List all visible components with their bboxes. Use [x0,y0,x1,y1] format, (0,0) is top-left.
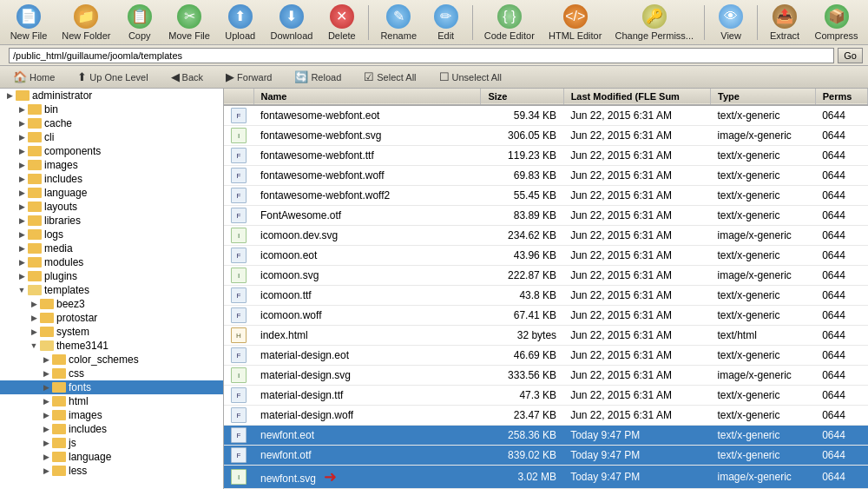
toolbar-view-button[interactable]: 👁View [712,2,750,43]
table-row[interactable]: Fnewfont.eot258.36 KBToday 9:47 PMtext/x… [224,426,868,446]
address-input[interactable] [9,48,834,63]
tree-item-administrator[interactable]: ▶administrator [0,89,223,102]
nav-back-button[interactable]: ◀Back [163,68,211,86]
col-header-size[interactable]: Size [481,89,563,105]
compress-label: Compress [814,30,858,41]
tree-item-includes[interactable]: ▶includes [0,172,223,186]
delete-icon: ✕ [330,4,354,29]
tree-item-media[interactable]: ▶media [0,241,223,255]
file-type-cell: text/x-generic [711,426,816,446]
table-row[interactable]: Ficomoon.woff67.41 KBJun 22, 2015 6:31 A… [224,306,868,326]
tree-item-language2[interactable]: ▶language [0,450,223,464]
toolbar-new-folder-button[interactable]: 📁New Folder [57,2,115,43]
tree-item-language[interactable]: ▶language [0,186,223,200]
table-row[interactable]: Ifontawesome-webfont.svg306.05 KBJun 22,… [224,126,868,146]
go-button[interactable]: Go [838,48,863,63]
table-row[interactable]: Ffontawesome-webfont.ttf119.23 KBJun 22,… [224,146,868,166]
file-date-cell: Jun 22, 2015 6:31 AM [563,266,710,286]
new-file-label: New File [10,30,48,41]
tree-item-system[interactable]: ▶system [0,325,223,339]
tree-item-less[interactable]: ▶less [0,464,223,478]
toolbar-extract-button[interactable]: 📤Extract [765,2,805,43]
tree-folder-icon-administrator [16,90,30,101]
tree-item-beez3[interactable]: ▶beez3 [0,297,223,311]
tree-folder-icon-fonts [52,382,66,393]
tree-item-includes2[interactable]: ▶includes [0,422,223,436]
toolbar-permissions-button[interactable]: 🔑Change Permiss... [611,2,697,43]
tree-toggle-libraries: ▶ [16,215,28,227]
toolbar-compress-button[interactable]: 📦Compress [810,2,863,43]
tree-item-html[interactable]: ▶html [0,394,223,408]
toolbar-edit-button[interactable]: ✏Edit [427,2,465,43]
tree-item-bin[interactable]: ▶bin [0,102,223,116]
nav-reload-button[interactable]: 🔄Reload [286,68,349,86]
table-row[interactable]: Ffontawesome-webfont.woff255.45 KBJun 22… [224,186,868,206]
table-row[interactable]: Ficomoon.ttf43.8 KBJun 22, 2015 6:31 AMt… [224,286,868,306]
extract-label: Extract [770,30,799,41]
col-header-date[interactable]: Last Modified (FLE Sum [563,89,710,105]
toolbar-copy-button[interactable]: 📋Copy [121,2,159,43]
tree-panel: ▶administrator▶bin▶cache▶cli▶components▶… [0,89,224,489]
nav-unselect-all-button[interactable]: ☐Unselect All [431,68,510,86]
toolbar-new-file-button[interactable]: 📄New File [5,2,52,43]
tree-item-libraries[interactable]: ▶libraries [0,214,223,228]
table-row[interactable]: Hindex.html32 bytesJun 22, 2015 6:31 AMt… [224,326,868,346]
tree-item-cache[interactable]: ▶cache [0,116,223,130]
table-row[interactable]: Imaterial-design.svg333.56 KBJun 22, 201… [224,366,868,386]
table-row[interactable]: Ficomoon.eot43.96 KBJun 22, 2015 6:31 AM… [224,246,868,266]
toolbar-rename-button[interactable]: ✎Rename [376,2,422,43]
tree-item-modules[interactable]: ▶modules [0,255,223,269]
table-row[interactable]: Iicomoon.svg222.87 KBJun 22, 2015 6:31 A… [224,266,868,286]
tree-label-layouts: layouts [44,201,77,213]
table-row[interactable]: Ffontawesome-webfont.woff69.83 KBJun 22,… [224,166,868,186]
tree-folder-icon-components [28,146,42,156]
file-date-cell: Jun 22, 2015 6:31 AM [563,346,710,366]
table-row[interactable]: FFontAwesome.otf83.89 KBJun 22, 2015 6:3… [224,206,868,226]
tree-item-images[interactable]: ▶images [0,158,223,172]
toolbar-code-editor-button[interactable]: { }Code Editor [480,2,539,43]
tree-item-cli[interactable]: ▶cli [0,130,223,144]
file-date-cell: Today 9:47 PM [563,466,710,489]
toolbar-html-editor-button[interactable]: </>HTML Editor [544,2,606,43]
tree-toggle-language: ▶ [16,187,28,199]
table-row[interactable]: Iicomoon.dev.svg234.62 KBJun 22, 2015 6:… [224,226,868,246]
col-header-perms[interactable]: Perms [815,89,867,105]
table-row[interactable]: Fmaterial-design.woff23.47 KBJun 22, 201… [224,406,868,426]
table-row[interactable]: Fmaterial-design.ttf47.3 KBJun 22, 2015 … [224,386,868,406]
back-nav-icon: ◀ [171,70,180,83]
tree-item-theme3141[interactable]: ▼theme3141 [0,339,223,353]
tree-item-layouts[interactable]: ▶layouts [0,200,223,214]
tree-item-templates[interactable]: ▼templates [0,283,223,297]
file-type-cell: text/x-generic [711,186,816,206]
tree-item-fonts[interactable]: ▶fonts [0,380,223,394]
table-row[interactable]: Fnewfont.otf839.02 KBToday 9:47 PMtext/x… [224,446,868,466]
toolbar-delete-button[interactable]: ✕Delete [323,2,361,43]
nav-home-button[interactable]: 🏠Home [5,68,62,86]
table-row[interactable]: Ffontawesome-webfont.eot59.34 KBJun 22, … [224,105,868,126]
file-name-cell: material-design.woff [253,406,481,426]
tree-item-logs[interactable]: ▶logs [0,228,223,241]
tree-item-css[interactable]: ▶css [0,367,223,380]
nav-up-level-button[interactable]: ⬆Up One Level [69,68,155,86]
col-header-name[interactable]: Name [253,89,481,105]
main-area: ▶administrator▶bin▶cache▶cli▶components▶… [0,89,868,489]
file-size-cell: 67.41 KB [481,306,563,326]
address-bar: Go [0,45,868,66]
tree-item-components[interactable]: ▶components [0,144,223,158]
file-name-cell: material-design.eot [253,346,481,366]
table-row[interactable]: Fmaterial-design.eot46.69 KBJun 22, 2015… [224,346,868,366]
tree-item-js[interactable]: ▶js [0,436,223,450]
tree-item-images2[interactable]: ▶images [0,408,223,422]
table-row[interactable]: Inewfont.svg ➜3.02 MBToday 9:47 PMimage/… [224,466,868,489]
tree-item-protostar[interactable]: ▶protostar [0,311,223,325]
nav-forward-button[interactable]: ▶Forward [218,68,279,86]
toolbar-download-button[interactable]: ⬇Download [266,2,318,43]
toolbar-move-button[interactable]: ✂Move File [164,2,215,43]
tree-item-plugins[interactable]: ▶plugins [0,269,223,283]
col-header-type[interactable]: Type [711,89,816,105]
file-icon-4: F [231,188,247,203]
tree-item-color_schemes[interactable]: ▶color_schemes [0,353,223,367]
file-perms-cell: 0644 [815,446,867,466]
nav-select-all-button[interactable]: ☑Select All [356,68,424,86]
toolbar-upload-button[interactable]: ⬆Upload [220,2,260,43]
